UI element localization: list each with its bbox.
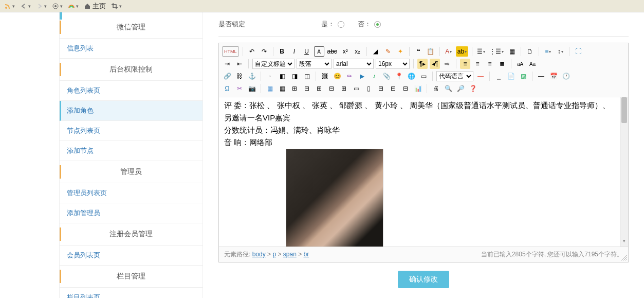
superscript-button[interactable]: x² [340, 46, 351, 57]
frame-button[interactable]: ▭ [418, 71, 429, 81]
path-p[interactable]: p [272, 251, 276, 258]
sidebar-item-column-list[interactable]: 栏目列表页 [60, 288, 203, 298]
date-button[interactable]: 📅 [548, 71, 559, 81]
align-right-button[interactable]: ≡ [485, 59, 495, 69]
attachment-button[interactable]: 📎 [381, 71, 392, 81]
target-icon[interactable]: ▾ [50, 3, 65, 10]
image-left-button[interactable]: ◧ [277, 71, 287, 81]
submit-button[interactable]: 确认修改 [398, 271, 449, 288]
code-lang-select[interactable]: 代码语言 [436, 71, 473, 81]
italic-button[interactable]: I [289, 46, 300, 57]
image-right-button[interactable]: ◨ [289, 71, 300, 81]
special-char-button[interactable]: Ω [222, 83, 232, 94]
time-button[interactable]: 🕐 [561, 71, 571, 81]
bold-button[interactable]: B [277, 46, 287, 57]
dir-ltr-button[interactable]: ¶▸ [417, 59, 428, 69]
insert-row-button[interactable]: ⊞ [289, 83, 300, 94]
help-button[interactable]: ❓ [468, 83, 478, 94]
merge-cells-button[interactable]: ⊞ [339, 83, 349, 94]
fullscreen-button[interactable]: ⛶ [573, 46, 583, 57]
forward-button[interactable]: ▾ [34, 3, 49, 10]
delete-col-button[interactable]: ⊟ [326, 83, 337, 94]
horizontal-button[interactable]: — [536, 71, 546, 81]
editor-scrollbar[interactable]: ▾ [620, 97, 628, 247]
insert-image-button[interactable]: 🖼 [320, 71, 330, 81]
radio-no[interactable] [374, 21, 381, 28]
html-source-button[interactable]: HTML [222, 46, 239, 57]
map-button[interactable]: 📍 [394, 71, 404, 81]
redo-button[interactable]: ↷ [259, 46, 269, 57]
delete-table-button[interactable]: ▦ [277, 83, 287, 94]
preview-button[interactable]: 🔍 [443, 83, 453, 94]
scroll-thumb[interactable] [621, 97, 627, 123]
scrawl-button[interactable]: ✏ [344, 71, 355, 81]
indent-button[interactable]: ⇥ [222, 59, 232, 69]
font-family-select[interactable]: arial [334, 59, 374, 69]
sidebar-item-add-role[interactable]: 添加角色 [60, 101, 203, 121]
paste-button[interactable]: 📋 [426, 46, 436, 57]
music-button[interactable]: ♪ [369, 71, 379, 81]
searchreplace-button[interactable]: 🔎 [455, 83, 466, 94]
back-button[interactable]: ▾ [18, 3, 33, 10]
select-all-button[interactable]: ▦ [507, 46, 517, 57]
crop-icon[interactable]: ▾ [109, 3, 124, 10]
gmap-button[interactable]: 🌐 [406, 71, 416, 81]
unordered-list-button[interactable]: ⋮☰▾ [488, 46, 505, 57]
merge-down-button[interactable]: ▯ [363, 83, 374, 94]
row-spacing-button[interactable]: ≡▾ [543, 46, 553, 57]
font-border-button[interactable]: A [314, 46, 324, 57]
template-button[interactable]: 📄 [506, 71, 516, 81]
touppercase-button[interactable]: aA [515, 59, 525, 69]
clear-doc-button[interactable]: 🗋 [525, 46, 535, 57]
format-brush-button[interactable]: ✎ [383, 46, 393, 57]
eraser-button[interactable]: ◢ [371, 46, 381, 57]
snapscreen-button[interactable]: ✂ [234, 83, 245, 94]
editor-content-area[interactable]: 评 委：张松 、 张中权 、 张英 、 邹爵源 、 黄小玲 、 周美华（国家级普… [219, 97, 628, 247]
anchor-button[interactable]: ⚓ [247, 71, 257, 81]
path-span[interactable]: span [283, 251, 297, 258]
sidebar-item-admin-list[interactable]: 管理员列表页 [60, 183, 203, 203]
split-rows-button[interactable]: ⊟ [388, 83, 398, 94]
undo-button[interactable]: ↶ [247, 46, 257, 57]
insert-table-button[interactable]: ▦ [265, 83, 275, 94]
split-cols-button[interactable]: ⊟ [400, 83, 411, 94]
emoji-button[interactable]: 😊 [332, 71, 342, 81]
autoformat-button[interactable]: ✦ [395, 46, 406, 57]
link-button[interactable]: 🔗 [222, 71, 232, 81]
align-left-button[interactable]: ≡ [460, 59, 470, 69]
background-button[interactable]: ▨ [518, 71, 528, 81]
sidebar-item-add-admin[interactable]: 添加管理员 [60, 203, 203, 223]
dir-rtl-button[interactable]: ◂¶ [430, 59, 440, 69]
tolowercase-button[interactable]: Aa [527, 59, 538, 69]
sidebar-item-member-list[interactable]: 会员列表页 [60, 246, 203, 266]
print-button[interactable]: 🖨 [431, 83, 441, 94]
custom-title-select[interactable]: 自定义标题 [252, 59, 295, 69]
insert-col-button[interactable]: ⊞ [314, 83, 324, 94]
underline-button[interactable]: U [302, 46, 312, 57]
backcolor-button[interactable]: ab▾ [456, 46, 468, 57]
sidebar-item-info-list[interactable]: 信息列表 [60, 39, 203, 59]
blockquote-button[interactable]: ❝ [413, 46, 424, 57]
ordered-list-button[interactable]: ☰▾ [476, 46, 486, 57]
split-cells-button[interactable]: ⊟ [376, 83, 386, 94]
indent-para-button[interactable]: ⇨ [442, 59, 452, 69]
sidebar-item-role-list[interactable]: 角色列表页 [60, 81, 203, 101]
radio-yes[interactable] [338, 21, 344, 28]
unlink-button[interactable]: ⛓ [234, 71, 245, 81]
path-br[interactable]: br [304, 251, 309, 258]
feed-icon[interactable]: ▾ [2, 3, 17, 10]
paragraph-select[interactable]: 段落 [297, 59, 332, 69]
video-button[interactable]: ▶ [357, 71, 367, 81]
resize-handle-icon[interactable] [621, 255, 627, 261]
word-image-button[interactable]: 📷 [247, 83, 257, 94]
delete-row-button[interactable]: ⊟ [302, 83, 312, 94]
merge-right-button[interactable]: ▭ [351, 83, 361, 94]
font-size-select[interactable]: 16px [376, 59, 410, 69]
strike-button[interactable]: abc [326, 46, 338, 57]
align-justify-button[interactable]: ≣ [497, 59, 507, 69]
path-body[interactable]: body [252, 251, 266, 258]
sidebar-item-add-node[interactable]: 添加节点 [60, 141, 203, 161]
image-center-button[interactable]: ◫ [302, 71, 312, 81]
image-none-button[interactable]: ▫ [265, 71, 275, 81]
rainbow-icon[interactable]: ▾ [66, 3, 81, 10]
